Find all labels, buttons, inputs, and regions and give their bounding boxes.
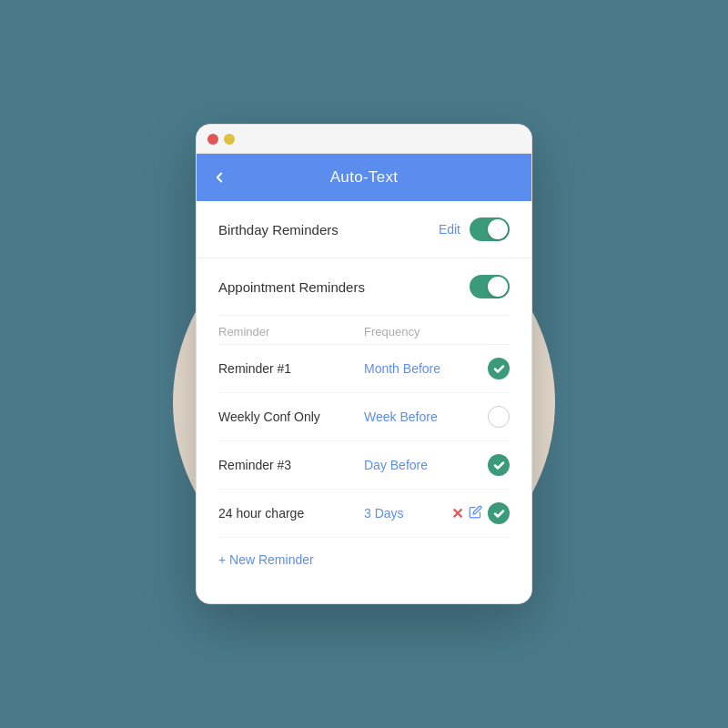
reminders-table: Reminder Frequency Reminder #1 Month Bef… xyxy=(218,316,510,538)
empty-circle-2[interactable] xyxy=(488,406,510,428)
appointment-header-row: Appointment Reminders xyxy=(218,258,510,316)
row-actions-3 xyxy=(488,454,510,476)
content-area: Birthday Reminders Edit Appointment Remi… xyxy=(197,201,531,603)
birthday-reminders-row: Birthday Reminders Edit xyxy=(197,201,531,258)
title-bar xyxy=(197,125,531,154)
reminder-frequency-1: Month Before xyxy=(364,361,488,376)
check-circle-3[interactable] xyxy=(488,454,510,476)
appointment-toggle[interactable] xyxy=(470,275,510,298)
appointment-toggle-knob xyxy=(488,277,508,297)
appointment-section: Appointment Reminders Reminder Frequency… xyxy=(197,258,531,585)
row-actions-1 xyxy=(488,358,510,379)
reminder-frequency-4: 3 Days xyxy=(364,506,451,521)
table-header: Reminder Frequency xyxy=(218,316,510,345)
table-row: 24 hour charge 3 Days ✕ xyxy=(218,490,510,538)
traffic-lights xyxy=(207,134,235,145)
delete-icon[interactable]: ✕ xyxy=(451,505,463,522)
reminder-name-1: Reminder #1 xyxy=(218,361,364,376)
new-reminder-button[interactable]: + New Reminder xyxy=(218,538,510,585)
check-circle-1[interactable] xyxy=(488,358,510,379)
row-actions-4: ✕ xyxy=(451,502,510,524)
app-title: Auto-Text xyxy=(330,168,399,187)
row-actions-2 xyxy=(488,406,510,428)
birthday-toggle[interactable] xyxy=(470,217,510,241)
table-row: Reminder #1 Month Before xyxy=(218,345,510,393)
back-button[interactable] xyxy=(211,169,228,186)
reminder-frequency-3: Day Before xyxy=(364,458,488,472)
traffic-light-yellow[interactable] xyxy=(224,134,235,145)
traffic-light-red[interactable] xyxy=(207,134,218,145)
app-header: Auto-Text xyxy=(197,154,531,201)
birthday-reminders-label: Birthday Reminders xyxy=(218,222,339,238)
col-frequency-header: Frequency xyxy=(364,325,510,339)
reminder-name-2: Weekly Conf Only xyxy=(218,410,364,424)
reminder-name-4: 24 hour charge xyxy=(218,506,364,521)
bottom-spacer xyxy=(197,585,531,603)
device-frame: Auto-Text Birthday Reminders Edit Appoin… xyxy=(196,124,532,604)
table-row: Weekly Conf Only Week Before xyxy=(218,393,510,441)
appointment-label: Appointment Reminders xyxy=(218,279,365,295)
edit-icon[interactable] xyxy=(469,505,482,521)
check-circle-4[interactable] xyxy=(488,502,510,524)
birthday-controls: Edit xyxy=(439,217,510,241)
col-reminder-header: Reminder xyxy=(218,325,364,339)
reminder-frequency-2: Week Before xyxy=(364,410,488,424)
reminder-name-3: Reminder #3 xyxy=(218,458,364,472)
birthday-edit-link[interactable]: Edit xyxy=(439,222,460,237)
birthday-toggle-knob xyxy=(488,219,508,239)
table-row: Reminder #3 Day Before xyxy=(218,441,510,490)
